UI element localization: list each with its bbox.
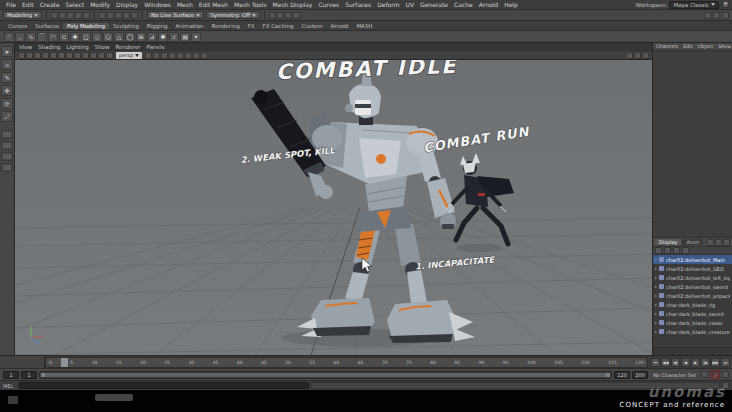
menu-arnold[interactable]: Arnold [476, 1, 501, 8]
menu-cache[interactable]: Cache [451, 1, 476, 8]
move-layer-up-icon[interactable] [673, 247, 680, 254]
expand-arrow-icon[interactable]: ▸ [655, 320, 657, 325]
layer-row[interactable]: ▸char:dark_blade_claws [653, 318, 732, 327]
layout-preset-icon[interactable] [1, 141, 13, 150]
layer-editor-button-icon[interactable] [723, 239, 730, 246]
viewport-menu-view[interactable]: View [19, 44, 32, 50]
viewport-toolbar-icon[interactable] [66, 52, 73, 59]
viewport-toolbar-icon[interactable] [42, 52, 49, 59]
scale-tool-icon[interactable]: ⤢ [1, 111, 13, 122]
step-forward-frame-button[interactable]: ▶▶ [711, 358, 720, 367]
channel-box-menu-channels[interactable]: Channels [655, 44, 679, 49]
viewport-menu-lighting[interactable]: Lighting [66, 44, 88, 50]
channel-box-menu-object[interactable]: Object [697, 44, 715, 49]
viewport-menu-renderer[interactable]: Renderer [115, 44, 140, 50]
animation-preferences-icon[interactable] [722, 371, 729, 378]
viewport-toolbar-icon[interactable] [161, 52, 168, 59]
shelf-tab-fx[interactable]: FX [244, 23, 259, 29]
expand-arrow-icon[interactable]: ▸ [655, 257, 657, 262]
layout-preset-icon[interactable] [1, 152, 13, 161]
layer-editor-button-icon[interactable] [715, 239, 722, 246]
viewport-toolbar-icon[interactable] [82, 52, 89, 59]
playback-speed-icon[interactable] [701, 371, 708, 378]
move-tool-icon[interactable]: ✥ [1, 85, 13, 96]
shelf-icon-10[interactable]: ⬠ [103, 32, 113, 42]
menu-display[interactable]: Display [113, 1, 141, 8]
undo-icon[interactable] [75, 12, 82, 19]
shelf-icon-12[interactable]: ◯ [125, 32, 135, 42]
snap-view-plane-icon[interactable] [131, 12, 138, 19]
new-scene-icon[interactable] [51, 12, 58, 19]
shelf-tab-curves[interactable]: Curves [4, 23, 31, 29]
shelf-icon-18[interactable]: ✦ [191, 32, 201, 42]
range-start-handle[interactable] [41, 373, 45, 377]
shelf-icon-8[interactable]: ◻ [81, 32, 91, 42]
ipr-render-icon[interactable] [285, 12, 292, 19]
layer-row[interactable]: ▸char02:deliverbot_jetpack [653, 291, 732, 300]
redo-icon[interactable] [83, 12, 90, 19]
viewport-toolbar-icon[interactable] [90, 52, 97, 59]
step-back-key-button[interactable]: ◀| [671, 358, 680, 367]
expand-arrow-icon[interactable]: ▸ [655, 293, 657, 298]
shelf-icon-4[interactable]: ⌒ [37, 32, 47, 42]
shelf-tab-fx-caching[interactable]: FX Caching [259, 23, 298, 29]
shelf-icon-9[interactable]: ◇ [92, 32, 102, 42]
shelf-tab-sculpting[interactable]: Sculpting [109, 23, 143, 29]
gear-icon[interactable]: ⚙ [722, 1, 729, 8]
shelf-tab-arnold[interactable]: Arnold [327, 23, 353, 29]
shelf-icon-3[interactable]: ∿ [26, 32, 36, 42]
menu-mesh-tools[interactable]: Mesh Tools [231, 1, 269, 8]
shelf-icon-16[interactable]: ⌗ [169, 32, 179, 42]
menu-select[interactable]: Select [63, 1, 88, 8]
menu-file[interactable]: File [3, 1, 19, 8]
shelf-icon-2[interactable]: ◞ [15, 32, 25, 42]
snap-point-icon[interactable] [115, 12, 122, 19]
menu-surfaces[interactable]: Surfaces [342, 1, 374, 8]
snap-grid-icon[interactable] [99, 12, 106, 19]
play-forwards-button[interactable]: ▶ [691, 358, 700, 367]
layer-row[interactable]: ▸char02:deliverbot_sword [653, 282, 732, 291]
step-back-frame-button[interactable]: ◀◀ [661, 358, 670, 367]
expand-arrow-icon[interactable]: ▸ [655, 275, 657, 280]
scrollbar[interactable] [653, 347, 732, 355]
animation-end-field[interactable]: 200 [632, 371, 648, 379]
menu-edit-mesh[interactable]: Edit Mesh [196, 1, 231, 8]
shelf-tab-custom[interactable]: Custom [297, 23, 326, 29]
snap-curve-icon[interactable] [107, 12, 114, 19]
shelf-icon-15[interactable]: ✱ [158, 32, 168, 42]
shelf-tab-surfaces[interactable]: Surfaces [31, 23, 63, 29]
menu-modify[interactable]: Modify [87, 1, 113, 8]
range-slider-fill[interactable] [41, 373, 610, 377]
shelf-icon-11[interactable]: △ [114, 32, 124, 42]
menu-create[interactable]: Create [37, 1, 63, 8]
character-set-select[interactable]: No Character Set [650, 372, 699, 378]
select-tool-icon[interactable]: ➤ [1, 46, 13, 57]
lasso-select-tool-icon[interactable]: ⪦ [1, 59, 13, 70]
shelf-icon-14[interactable]: ⊿ [147, 32, 157, 42]
expand-arrow-icon[interactable]: ▸ [655, 311, 657, 316]
animation-start-field[interactable]: 1 [3, 371, 19, 379]
shelf-icon-1[interactable]: ◜ [4, 32, 14, 42]
shelf-icon-13[interactable]: ⊞ [136, 32, 146, 42]
viewport-toolbar-icon[interactable] [50, 52, 57, 59]
menu-edit[interactable]: Edit [19, 1, 37, 8]
make-live-icon[interactable] [269, 12, 276, 19]
menu-windows[interactable]: Windows [141, 1, 174, 8]
timeline-track[interactable]: 0510152025303540455055606570758085909510… [45, 357, 648, 368]
auto-keyframe-toggle[interactable]: ⚷ [710, 370, 720, 379]
workspace-selector[interactable]: Workspace: Maya Classic [636, 1, 719, 9]
shelf-icon-6[interactable]: ⊂ [59, 32, 69, 42]
shelf-tab-rigging[interactable]: Rigging [143, 23, 172, 29]
menu-curves[interactable]: Curves [315, 1, 342, 8]
viewport-toolbar-icon[interactable] [169, 52, 176, 59]
channel-box-menu-edit[interactable]: Edit [682, 44, 693, 49]
expand-arrow-icon[interactable]: ▸ [655, 302, 657, 307]
viewport-toolbar-icon[interactable] [185, 52, 192, 59]
channel-box-menu-show[interactable]: Show [717, 44, 732, 49]
shelf-tab-mash[interactable]: MASH [352, 23, 376, 29]
expand-arrow-icon[interactable]: ▸ [655, 284, 657, 289]
expand-arrow-icon[interactable]: ▸ [655, 329, 657, 334]
layer-editor-tab-display[interactable]: Display [655, 239, 681, 245]
viewport-toolbar-icon[interactable] [98, 52, 105, 59]
viewport-toolbar-icon[interactable] [74, 52, 81, 59]
